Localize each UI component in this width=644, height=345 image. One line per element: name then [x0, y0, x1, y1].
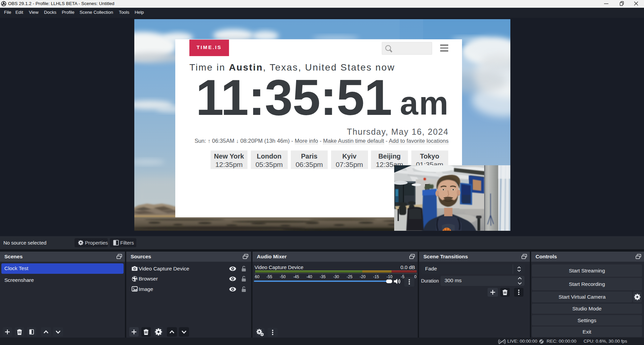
svg-text:-50: -50	[280, 274, 286, 279]
svg-text:-20: -20	[360, 274, 366, 279]
svg-text:-10: -10	[386, 274, 393, 279]
svg-text:-35: -35	[320, 274, 326, 279]
svg-text:0: 0	[414, 274, 417, 279]
svg-text:-5: -5	[401, 274, 405, 279]
svg-text:-15: -15	[373, 274, 379, 279]
svg-text:-60: -60	[255, 274, 260, 279]
svg-text:-45: -45	[293, 274, 299, 279]
svg-text:-30: -30	[333, 274, 339, 279]
svg-text:-55: -55	[266, 274, 272, 279]
svg-text:-25: -25	[347, 274, 353, 279]
svg-text:-40: -40	[306, 274, 312, 279]
